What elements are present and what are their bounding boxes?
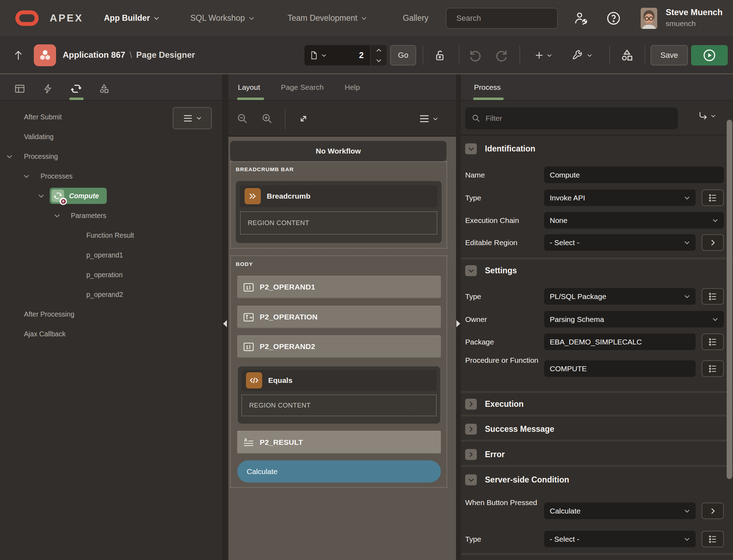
- section-server-side-condition[interactable]: Server-side Condition: [465, 474, 569, 485]
- name-field[interactable]: [544, 167, 724, 183]
- application-title[interactable]: Application 867: [63, 50, 125, 60]
- chevron-right-icon[interactable]: [465, 424, 477, 435]
- breadcrumb-region-header[interactable]: Breadcrumb: [240, 185, 437, 207]
- tree-item-processing[interactable]: Processing: [0, 147, 222, 166]
- oracle-logo-icon[interactable]: [15, 10, 39, 26]
- tab-page-search[interactable]: Page Search: [281, 83, 324, 92]
- procedure-lov-button[interactable]: [702, 360, 724, 377]
- layout-canvas[interactable]: No Workflow BREADCRUMB BAR Breadcrumb RE…: [228, 137, 456, 560]
- chevron-down-icon[interactable]: [23, 174, 30, 178]
- utilities-wrench-icon[interactable]: [569, 48, 596, 63]
- tab-rendering-icon[interactable]: [13, 82, 27, 96]
- save-button[interactable]: Save: [651, 45, 688, 66]
- filter-input[interactable]: [486, 114, 672, 123]
- collapse-right-handle[interactable]: [456, 320, 460, 327]
- stepper-down[interactable]: [371, 55, 387, 66]
- expand-icon[interactable]: [295, 111, 312, 127]
- item-p2-result[interactable]: A P2_RESULT: [237, 431, 441, 454]
- item-p2-operand1[interactable]: 1 P2_OPERAND1: [237, 276, 441, 298]
- tree-item-p-operand1[interactable]: p_operand1: [0, 245, 222, 265]
- package-field[interactable]: [544, 334, 696, 350]
- procedure-field[interactable]: [544, 360, 696, 377]
- tree-item-after-processing[interactable]: After Processing: [0, 304, 222, 324]
- settings-type-lov-button[interactable]: [702, 288, 724, 305]
- tree-item-ajax-callback[interactable]: Ajax Callback: [0, 324, 222, 344]
- editable-region-select[interactable]: - Select -: [544, 234, 696, 251]
- tab-layout[interactable]: Layout: [238, 83, 260, 92]
- chevron-down-icon[interactable]: [465, 474, 477, 485]
- scrollbar-thumb[interactable]: [727, 120, 732, 479]
- chevron-down-icon[interactable]: [54, 214, 60, 218]
- page-number[interactable]: 2: [329, 50, 365, 60]
- region-content-slot[interactable]: REGION CONTENT: [240, 211, 437, 235]
- no-workflow-bar[interactable]: No Workflow: [230, 141, 446, 161]
- tree-item-after-submit[interactable]: After Submit: [0, 107, 222, 127]
- nav-gallery[interactable]: Gallery: [403, 0, 429, 36]
- section-error[interactable]: Error: [465, 449, 505, 460]
- tree-item-processes[interactable]: Processes: [0, 166, 222, 186]
- breadcrumb-region[interactable]: Breadcrumb REGION CONTENT: [236, 181, 442, 243]
- tree-item-parameters[interactable]: Parameters: [0, 206, 222, 225]
- tab-dynamic-actions-icon[interactable]: [41, 82, 55, 96]
- create-plus-icon[interactable]: [531, 48, 555, 63]
- tree-item-validating[interactable]: Validating: [0, 127, 222, 147]
- layout-menu-button[interactable]: [415, 111, 442, 127]
- tab-processing-icon[interactable]: [69, 82, 83, 96]
- when-button-goto-button[interactable]: [702, 503, 724, 519]
- execution-chain-select[interactable]: None: [544, 212, 724, 229]
- tree-item-p-operand2[interactable]: p_operand2: [0, 285, 222, 304]
- page-icon[interactable]: [309, 50, 319, 60]
- tab-help[interactable]: Help: [345, 83, 360, 92]
- calculate-button[interactable]: Calculate: [237, 460, 441, 483]
- chevron-down-icon[interactable]: [38, 194, 44, 198]
- equals-region-header[interactable]: Equals: [241, 370, 437, 391]
- settings-type-select[interactable]: PL/SQL Package: [544, 288, 696, 305]
- chevron-right-icon[interactable]: [465, 399, 477, 410]
- tab-process[interactable]: Process: [474, 83, 501, 92]
- unlock-icon[interactable]: [432, 48, 448, 63]
- left-splitter[interactable]: [222, 74, 228, 560]
- nav-sql-workshop[interactable]: SQL Workshop: [190, 0, 254, 36]
- ssc-type-select[interactable]: - Select -: [544, 531, 696, 547]
- application-icon[interactable]: [34, 44, 56, 66]
- collapse-left-handle[interactable]: [223, 320, 227, 327]
- search-input[interactable]: [456, 14, 558, 23]
- equals-region[interactable]: Equals REGION CONTENT: [238, 366, 440, 424]
- package-lov-button[interactable]: [702, 334, 724, 350]
- stepper-up[interactable]: [371, 45, 387, 55]
- ssc-type-lov-button[interactable]: [702, 531, 724, 547]
- chevron-right-icon[interactable]: [465, 449, 477, 460]
- item-p2-operation[interactable]: P2_OPERATION: [237, 306, 441, 328]
- admin-user-icon[interactable]: [573, 10, 589, 26]
- zoom-in-icon[interactable]: [259, 111, 275, 127]
- chevron-down-icon[interactable]: [465, 265, 477, 276]
- chevron-down-icon[interactable]: [465, 143, 477, 154]
- go-to-group-icon[interactable]: [698, 111, 716, 121]
- section-settings[interactable]: Settings: [465, 265, 517, 276]
- editable-region-goto-button[interactable]: [702, 234, 724, 251]
- user-info[interactable]: Steve Muench smuench: [666, 6, 722, 29]
- chevron-down-icon[interactable]: [6, 155, 13, 158]
- right-splitter[interactable]: [456, 74, 461, 560]
- tree-item-compute[interactable]: Compute: [0, 186, 222, 206]
- type-select[interactable]: Invoke API: [544, 189, 696, 206]
- up-arrow-icon[interactable]: [11, 48, 26, 63]
- chevron-down-icon[interactable]: [321, 54, 326, 57]
- undo-icon[interactable]: [467, 48, 483, 63]
- section-identification[interactable]: Identification: [465, 143, 535, 154]
- run-button[interactable]: [691, 45, 728, 66]
- when-button-pressed-select[interactable]: Calculate: [544, 503, 696, 519]
- nav-team-development[interactable]: Team Development: [288, 0, 367, 36]
- item-p2-operand2[interactable]: 1 P2_OPERAND2: [237, 335, 441, 358]
- selected-tree-node[interactable]: Compute: [50, 188, 107, 204]
- section-execution[interactable]: Execution: [465, 399, 524, 410]
- section-success-message[interactable]: Success Message: [465, 424, 554, 435]
- shared-components-icon[interactable]: [620, 48, 635, 63]
- breadcrumb-bar-container[interactable]: BREADCRUMB BAR Breadcrumb REGION CONTENT: [230, 161, 447, 249]
- redo-icon[interactable]: [494, 48, 510, 63]
- owner-select[interactable]: Parsing Schema: [544, 311, 724, 328]
- tree-item-function-result[interactable]: Function Result: [0, 225, 222, 245]
- type-lov-button[interactable]: [702, 189, 724, 206]
- go-button[interactable]: Go: [390, 45, 416, 66]
- region-content-slot[interactable]: REGION CONTENT: [241, 394, 437, 416]
